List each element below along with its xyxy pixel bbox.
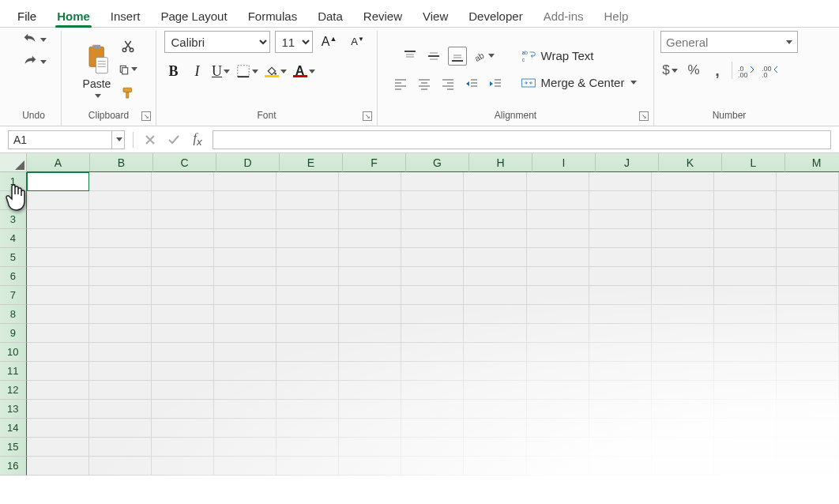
col-header-B[interactable]: B	[90, 153, 153, 172]
cell-M4[interactable]	[777, 229, 839, 248]
cell-A1[interactable]	[27, 172, 89, 191]
cell-D12[interactable]	[214, 381, 277, 400]
cell-L16[interactable]	[714, 457, 777, 476]
cell-L14[interactable]	[714, 419, 777, 438]
cell-E12[interactable]	[277, 381, 339, 400]
col-header-D[interactable]: D	[216, 153, 280, 172]
cell-A9[interactable]	[27, 324, 89, 343]
cell-A5[interactable]	[27, 248, 89, 267]
formula-input[interactable]	[213, 130, 831, 149]
cell-J7[interactable]	[589, 286, 652, 305]
tab-review[interactable]: Review	[362, 7, 404, 27]
font-size-select[interactable]: 11	[275, 31, 313, 53]
cell-L2[interactable]	[714, 191, 777, 210]
cell-M12[interactable]	[777, 381, 839, 400]
cell-M13[interactable]	[777, 400, 839, 419]
cell-B6[interactable]	[89, 267, 152, 286]
cell-A16[interactable]	[27, 457, 89, 476]
font-color-button[interactable]: A	[292, 61, 316, 81]
tab-home[interactable]: Home	[55, 7, 92, 27]
cell-G7[interactable]	[401, 286, 464, 305]
decrease-decimal-button[interactable]: .00.0	[761, 61, 780, 80]
cell-G3[interactable]	[401, 210, 464, 229]
cell-G12[interactable]	[401, 381, 464, 400]
cell-L6[interactable]	[714, 267, 777, 286]
name-box-dropdown[interactable]	[111, 131, 124, 149]
cell-G9[interactable]	[401, 324, 464, 343]
cell-M7[interactable]	[777, 286, 839, 305]
cell-F1[interactable]	[339, 172, 401, 191]
cell-F4[interactable]	[339, 229, 401, 248]
cell-B14[interactable]	[89, 419, 152, 438]
number-format-select[interactable]: General	[660, 31, 798, 53]
cell-K10[interactable]	[652, 343, 714, 362]
cell-B8[interactable]	[89, 305, 152, 324]
cell-L5[interactable]	[714, 248, 777, 267]
cell-I15[interactable]	[527, 438, 589, 457]
cell-C7[interactable]	[152, 286, 214, 305]
redo-button[interactable]	[21, 53, 47, 70]
cell-H2[interactable]	[464, 191, 526, 210]
cell-E16[interactable]	[277, 457, 339, 476]
cell-J13[interactable]	[589, 400, 652, 419]
cell-F2[interactable]	[339, 191, 401, 210]
cell-D2[interactable]	[214, 191, 277, 210]
decrease-indent-button[interactable]	[462, 74, 481, 93]
cell-F8[interactable]	[339, 305, 401, 324]
cell-E6[interactable]	[277, 267, 339, 286]
cell-I8[interactable]	[527, 305, 589, 324]
name-box[interactable]	[9, 132, 111, 148]
cell-J2[interactable]	[589, 191, 652, 210]
tab-addins[interactable]: Add-ins	[542, 7, 585, 27]
tab-data[interactable]: Data	[316, 7, 344, 27]
cell-C14[interactable]	[152, 419, 214, 438]
cell-G1[interactable]	[401, 172, 464, 191]
cell-C5[interactable]	[152, 248, 214, 267]
format-painter-button[interactable]	[119, 84, 137, 103]
col-header-E[interactable]: E	[280, 153, 343, 172]
cell-B2[interactable]	[89, 191, 152, 210]
bold-button[interactable]: B	[164, 62, 183, 81]
cell-I10[interactable]	[527, 343, 589, 362]
row-header-13[interactable]: 13	[0, 400, 27, 419]
cell-E15[interactable]	[277, 438, 339, 457]
cell-K4[interactable]	[652, 229, 714, 248]
cell-D11[interactable]	[214, 362, 277, 381]
tab-file[interactable]: File	[16, 7, 38, 27]
cell-G6[interactable]	[401, 267, 464, 286]
borders-button[interactable]	[235, 61, 259, 81]
cell-A14[interactable]	[27, 419, 89, 438]
cell-A8[interactable]	[27, 305, 89, 324]
cell-I7[interactable]	[527, 286, 589, 305]
cell-E7[interactable]	[277, 286, 339, 305]
cell-K13[interactable]	[652, 400, 714, 419]
row-header-11[interactable]: 11	[0, 362, 27, 381]
cell-K16[interactable]	[652, 457, 714, 476]
cell-J12[interactable]	[589, 381, 652, 400]
cell-I6[interactable]	[527, 267, 589, 286]
cell-K14[interactable]	[652, 419, 714, 438]
cell-A11[interactable]	[27, 362, 89, 381]
cell-H1[interactable]	[464, 172, 526, 191]
cell-F15[interactable]	[339, 438, 401, 457]
cell-A3[interactable]	[27, 210, 89, 229]
paste-button[interactable]: Paste	[80, 41, 115, 98]
cell-K7[interactable]	[652, 286, 714, 305]
cell-B3[interactable]	[89, 210, 152, 229]
cell-M1[interactable]	[777, 172, 839, 191]
alignment-launcher[interactable]: ↘	[639, 111, 649, 121]
cell-F9[interactable]	[339, 324, 401, 343]
underline-button[interactable]: U	[212, 62, 231, 81]
col-header-C[interactable]: C	[153, 153, 216, 172]
cell-E4[interactable]	[277, 229, 339, 248]
undo-button[interactable]	[21, 31, 47, 48]
cell-I16[interactable]	[527, 457, 589, 476]
cell-D9[interactable]	[214, 324, 277, 343]
cell-J11[interactable]	[589, 362, 652, 381]
wrap-text-button[interactable]: abc Wrap Text	[517, 47, 641, 66]
cell-I5[interactable]	[527, 248, 589, 267]
col-header-M[interactable]: M	[785, 153, 839, 172]
cell-M3[interactable]	[777, 210, 839, 229]
cell-D8[interactable]	[214, 305, 277, 324]
increase-font-button[interactable]: A▲	[318, 32, 341, 52]
